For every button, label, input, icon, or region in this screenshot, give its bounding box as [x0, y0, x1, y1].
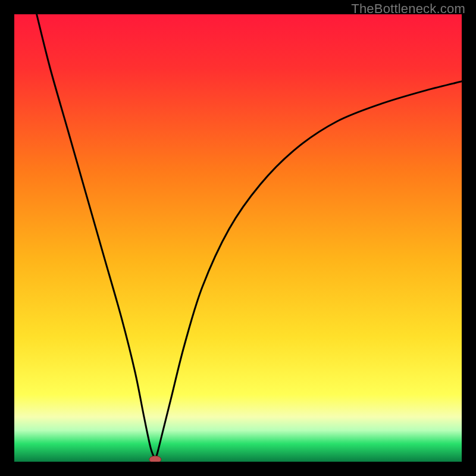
watermark-text: TheBottleneck.com: [351, 1, 465, 17]
chart-frame: [14, 14, 462, 462]
bottleneck-chart: [14, 14, 462, 462]
cusp-marker: [149, 456, 161, 462]
chart-background: [14, 14, 462, 462]
